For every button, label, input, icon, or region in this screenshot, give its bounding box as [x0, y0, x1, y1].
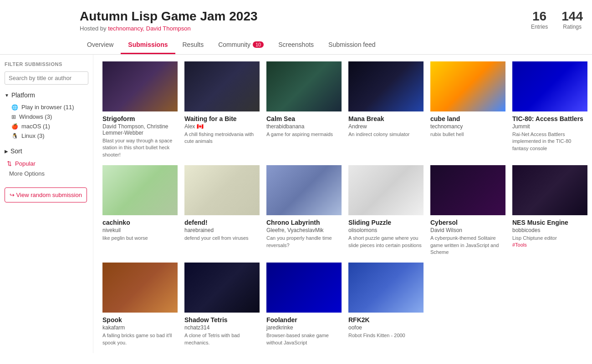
tab-submission-feed[interactable]: Submission feed	[321, 36, 383, 54]
game-author: Alex 🇨🇦	[184, 123, 260, 130]
game-title: Foolander	[266, 316, 342, 324]
sidebar: FILTER SUBMISSIONS ▼ Platform 🌐 Play in …	[0, 55, 93, 353]
game-author: technomancy	[430, 123, 505, 130]
game-title: NES Music Engine	[512, 219, 587, 226]
tab-overview[interactable]: Overview	[80, 36, 121, 54]
game-thumbnail	[102, 263, 178, 313]
filter-browser[interactable]: 🌐 Play in browser (11)	[5, 102, 88, 112]
sort-section: ▶ Sort ⇅ Popular More Options	[5, 147, 88, 178]
tab-results[interactable]: Results	[175, 36, 211, 54]
game-card[interactable]: SpookkakafarmA falling bricks game so ba…	[102, 263, 178, 346]
game-description: A chill fishing metroidvania with cute a…	[184, 131, 260, 145]
hosted-by: Hosted by technomancy, David Thompson	[80, 25, 258, 32]
game-card[interactable]: cachinkonivekuillike peglin but worse	[102, 165, 178, 256]
game-thumbnail	[102, 165, 178, 215]
sort-popular[interactable]: ⇅ Popular	[5, 158, 88, 169]
game-title: RFK2K	[348, 316, 424, 324]
game-title: Sliding Puzzle	[348, 219, 424, 226]
game-author: therabidbanana	[266, 123, 342, 130]
game-description: like peglin but worse	[102, 235, 178, 242]
sort-toggle[interactable]: ▶ Sort	[5, 147, 88, 155]
game-title: cachinko	[102, 219, 178, 226]
tab-submissions[interactable]: Submissions	[121, 36, 175, 54]
filter-macos[interactable]: 🍎 macOS (1)	[5, 121, 88, 131]
game-card[interactable]: FoolanderjaredkrinkeBrowser-based snake …	[266, 263, 342, 346]
game-title: Waiting for a Bite	[184, 115, 260, 122]
game-tag[interactable]: #Tools	[512, 242, 587, 248]
header-top: Autumn Lisp Game Jam 2023 Hosted by tech…	[80, 9, 583, 32]
game-description: Blast your way through a space station i…	[102, 137, 178, 158]
sort-arrow-icon: ▶	[5, 149, 8, 154]
game-description: A short puzzle game where you slide piec…	[348, 235, 424, 249]
game-description: Browser-based snake game without JavaScr…	[266, 332, 342, 346]
stats-area: 16 Entries 144 Ratings	[531, 9, 583, 30]
game-card[interactable]: Waiting for a BiteAlex 🇨🇦A chill fishing…	[184, 61, 260, 158]
entries-count: 16	[531, 9, 548, 24]
windows-icon: ⊞	[11, 114, 16, 120]
game-description: A clone of Tetris with bad mechanics.	[184, 332, 260, 346]
game-title: Cybersol	[430, 219, 505, 226]
game-title: defend!	[184, 219, 260, 226]
ratings-count: 144	[561, 9, 583, 24]
game-author: bobbicodes	[512, 227, 587, 233]
game-thumbnail	[512, 61, 587, 111]
game-card[interactable]: NES Music EnginebobbicodesLisp Chiptune …	[512, 165, 587, 256]
game-author: oofoe	[348, 324, 424, 331]
filter-macos-label: macOS (1)	[21, 123, 50, 130]
game-card[interactable]: Mana BreakAndrewAn indirect colony simul…	[348, 61, 424, 158]
tab-community[interactable]: Community 10	[211, 36, 271, 54]
main-content: StrigoformDavid Thompson, Christine Lemm…	[93, 55, 592, 353]
filter-windows[interactable]: ⊞ Windows (3)	[5, 112, 88, 121]
game-card[interactable]: Chrono LabyrinthGleefre, VyacheslavMikCa…	[266, 165, 342, 256]
tab-screenshots[interactable]: Screenshots	[271, 36, 321, 54]
games-grid: StrigoformDavid Thompson, Christine Lemm…	[102, 61, 583, 346]
game-card[interactable]: Shadow Tetrisnchatz314A clone of Tetris …	[184, 263, 260, 346]
platform-filter: ▼ Platform 🌐 Play in browser (11) ⊞ Wind…	[5, 91, 88, 141]
sort-popular-icon: ⇅	[7, 160, 12, 167]
main-layout: FILTER SUBMISSIONS ▼ Platform 🌐 Play in …	[0, 55, 592, 353]
game-author: Jummit	[512, 123, 587, 130]
game-card[interactable]: defend!harebraineddefend your cell from …	[184, 165, 260, 256]
game-thumbnail	[184, 263, 260, 313]
title-area: Autumn Lisp Game Jam 2023 Hosted by tech…	[80, 9, 258, 32]
game-card[interactable]: StrigoformDavid Thompson, Christine Lemm…	[102, 61, 178, 158]
game-card[interactable]: CybersolDavid WilsonA cyberpunk-themed S…	[430, 165, 505, 256]
game-thumbnail	[348, 263, 424, 313]
page-title: Autumn Lisp Game Jam 2023	[80, 9, 258, 24]
search-input[interactable]	[5, 71, 88, 85]
view-random-button[interactable]: ↪ View random submission	[5, 187, 87, 202]
game-card[interactable]: TIC-80: Access BattlersJummitRai-Net Acc…	[512, 61, 587, 158]
more-options-button[interactable]: More Options	[7, 169, 88, 178]
nav-tabs: Overview Submissions Results Community 1…	[80, 36, 583, 54]
game-card[interactable]: RFK2KoofoeRobot Finds Kitten - 2000	[348, 263, 424, 346]
game-author: Andrew	[348, 123, 424, 130]
game-card[interactable]: cube landtechnomancyrubix bullet hell	[430, 61, 505, 158]
game-thumbnail	[348, 165, 424, 215]
game-author: kakafarm	[102, 324, 178, 331]
game-description: An indirect colony simulator	[348, 131, 424, 138]
game-title: Mana Break	[348, 115, 424, 122]
game-thumbnail	[266, 61, 342, 111]
game-title: Strigoform	[102, 115, 178, 122]
game-thumbnail	[184, 61, 260, 111]
game-author: David Thompson, Christine Lemmer-Webber	[102, 123, 178, 136]
filter-browser-label: Play in browser (11)	[21, 104, 74, 111]
game-author: jaredkrinke	[266, 324, 342, 331]
browser-icon: 🌐	[11, 104, 18, 111]
game-card[interactable]: Sliding PuzzleolisolomonsA short puzzle …	[348, 165, 424, 256]
game-description: Robot Finds Kitten - 2000	[348, 332, 424, 339]
game-description: Can you properly handle time reversals?	[266, 235, 342, 249]
filter-linux-label: Linux (3)	[21, 132, 45, 139]
game-author: olisolomons	[348, 227, 424, 233]
filter-linux[interactable]: 🐧 Linux (3)	[5, 131, 88, 141]
game-author: nivekuil	[102, 227, 178, 233]
game-thumbnail	[266, 165, 342, 215]
game-description: Rai-Net Access Battlers implemented in t…	[512, 131, 587, 152]
apple-icon: 🍎	[11, 123, 18, 130]
hosted-link[interactable]: technomancy, David Thompson	[108, 25, 191, 32]
game-thumbnail	[266, 263, 342, 313]
game-author: harebrained	[184, 227, 260, 233]
game-card[interactable]: Calm SeatherabidbananaA game for aspirin…	[266, 61, 342, 158]
platform-toggle[interactable]: ▼ Platform	[5, 91, 88, 99]
game-description: A game for aspiring mermaids	[266, 131, 342, 138]
